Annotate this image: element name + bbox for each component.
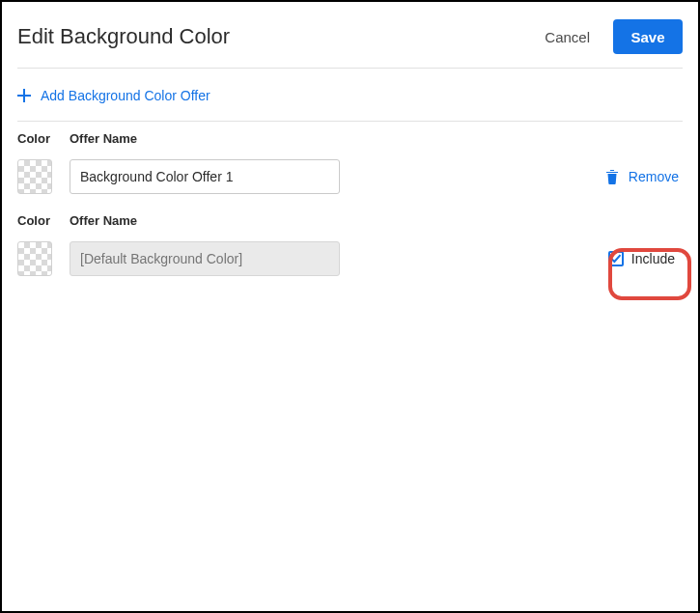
- color-swatch[interactable]: [17, 241, 52, 276]
- remove-offer-button[interactable]: Remove: [605, 169, 683, 184]
- column-header-color: Color: [17, 131, 52, 146]
- offer-row: Remove: [17, 155, 683, 204]
- column-headers: Color Offer Name: [17, 122, 683, 155]
- dialog-title: Edit Background Color: [17, 24, 230, 49]
- offer-name-input[interactable]: [70, 159, 340, 194]
- trash-icon: [605, 169, 619, 184]
- checkbox-icon: [608, 251, 624, 266]
- column-header-offer-name: Offer Name: [70, 131, 137, 146]
- cancel-button[interactable]: Cancel: [545, 29, 590, 45]
- save-button[interactable]: Save: [613, 19, 683, 54]
- color-swatch[interactable]: [17, 159, 52, 194]
- add-offer-label: Add Background Color Offer: [41, 88, 210, 103]
- header-actions: Cancel Save: [545, 19, 683, 54]
- remove-label: Remove: [629, 169, 679, 184]
- dialog-header: Edit Background Color Cancel Save: [17, 17, 683, 68]
- column-header-offer-name: Offer Name: [70, 213, 137, 228]
- add-background-color-offer[interactable]: Add Background Color Offer: [17, 69, 683, 121]
- plus-icon: [17, 89, 31, 102]
- offer-name-input-default: [70, 241, 340, 276]
- include-label: Include: [631, 251, 675, 266]
- offer-row: Include: [17, 237, 683, 286]
- column-headers: Color Offer Name: [17, 204, 683, 237]
- column-header-color: Color: [17, 213, 52, 228]
- include-checkbox[interactable]: Include: [604, 249, 683, 268]
